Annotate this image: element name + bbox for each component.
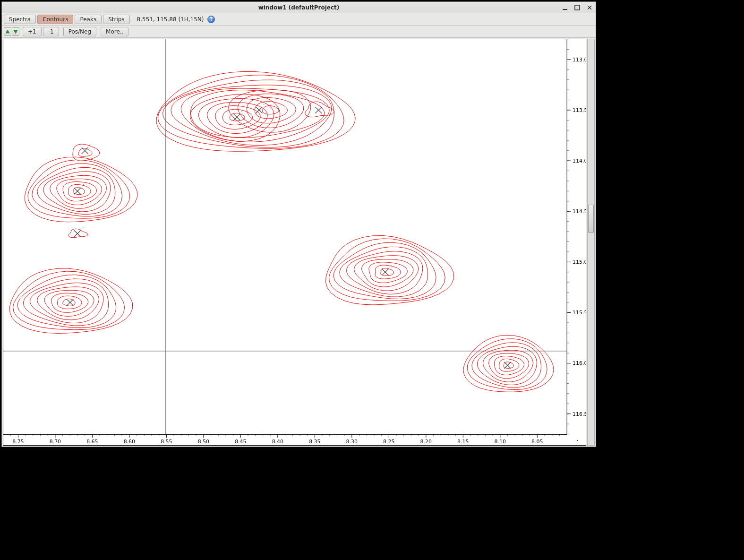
arrow-up-button[interactable] xyxy=(4,27,11,36)
svg-text:8.15: 8.15 xyxy=(457,439,469,445)
strips-button[interactable]: Strips xyxy=(103,15,129,24)
svg-text:8.75: 8.75 xyxy=(12,439,24,445)
svg-marker-4 xyxy=(6,30,9,33)
canvas-area: 8.758.708.658.608.558.508.458.408.358.30… xyxy=(2,38,596,447)
help-icon[interactable]: ? xyxy=(207,16,215,23)
minimize-button[interactable] xyxy=(562,4,568,11)
svg-text:115.5: 115.5 xyxy=(573,310,586,316)
svg-text:8.50: 8.50 xyxy=(198,439,210,445)
minus-one-button[interactable]: -1 xyxy=(43,27,59,36)
svg-text:116.5: 116.5 xyxy=(573,411,586,417)
svg-point-182 xyxy=(577,440,578,441)
maximize-button[interactable] xyxy=(574,4,581,11)
window-controls xyxy=(562,2,593,13)
posneg-button[interactable]: Pos/Neg xyxy=(63,27,96,36)
svg-text:113.0: 113.0 xyxy=(573,57,586,63)
arrow-down-button[interactable] xyxy=(12,27,19,36)
scrollbar-thumb[interactable] xyxy=(588,205,594,233)
titlebar[interactable]: window1 (defaultProject) xyxy=(2,2,596,13)
svg-rect-6 xyxy=(3,39,567,434)
svg-text:8.10: 8.10 xyxy=(495,439,506,445)
svg-rect-1 xyxy=(575,5,580,10)
svg-text:116.0: 116.0 xyxy=(573,361,586,367)
svg-text:8.05: 8.05 xyxy=(531,439,543,445)
svg-marker-5 xyxy=(14,30,17,34)
spectra-button[interactable]: Spectra xyxy=(4,15,36,24)
svg-text:114.5: 114.5 xyxy=(573,208,586,215)
svg-text:8.65: 8.65 xyxy=(86,439,98,445)
svg-text:113.5: 113.5 xyxy=(573,107,586,113)
svg-text:8.70: 8.70 xyxy=(50,439,61,445)
svg-text:8.25: 8.25 xyxy=(383,439,394,445)
svg-text:8.55: 8.55 xyxy=(161,439,172,445)
app-window: window1 (defaultProject) Spectra Contour… xyxy=(1,1,596,447)
toolbar-secondary: +1 -1 Pos/Neg More.. xyxy=(2,26,596,38)
contours-button[interactable]: Contours xyxy=(37,15,73,24)
svg-text:8.45: 8.45 xyxy=(235,439,246,445)
peaks-button[interactable]: Peaks xyxy=(75,15,102,24)
window-title: window1 (defaultProject) xyxy=(258,4,340,11)
close-button[interactable] xyxy=(586,4,593,11)
toolbar-primary: Spectra Contours Peaks Strips 8.551, 115… xyxy=(2,13,596,26)
cursor-readout: 8.551, 115.88 (1H,15N) xyxy=(137,16,204,23)
svg-text:115.0: 115.0 xyxy=(573,259,586,265)
plus-one-button[interactable]: +1 xyxy=(23,27,42,36)
svg-text:8.20: 8.20 xyxy=(420,439,432,445)
plot-svg[interactable]: 8.758.708.658.608.558.508.458.408.358.30… xyxy=(3,39,586,445)
svg-text:8.30: 8.30 xyxy=(346,439,358,445)
svg-text:114.0: 114.0 xyxy=(573,158,586,164)
svg-text:8.40: 8.40 xyxy=(272,439,284,445)
more-button[interactable]: More.. xyxy=(101,27,128,36)
contour-plot[interactable]: 8.758.708.658.608.558.508.458.408.358.30… xyxy=(3,39,586,446)
svg-text:8.35: 8.35 xyxy=(309,439,320,445)
vertical-scrollbar[interactable] xyxy=(587,39,595,446)
svg-text:8.60: 8.60 xyxy=(124,439,136,445)
